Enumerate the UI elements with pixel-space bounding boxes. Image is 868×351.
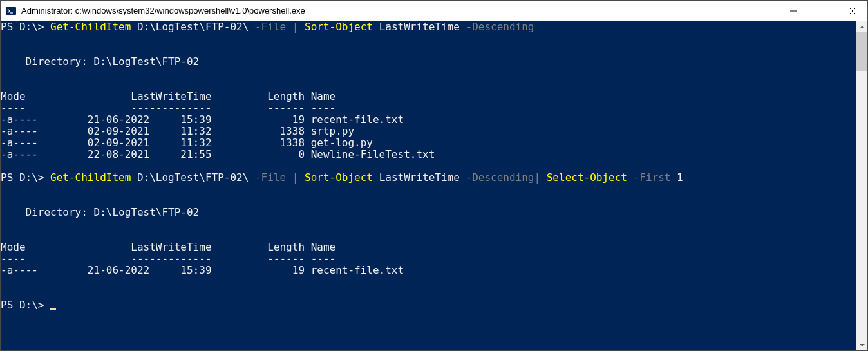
svg-rect-0 <box>6 7 16 15</box>
pipe: | <box>286 171 305 184</box>
argument: LastWriteTime <box>373 21 466 33</box>
parameter: -File <box>255 21 286 33</box>
terminal-container: PS D:\> Get-ChildItem D:\LogTest\FTP-02\… <box>1 21 867 350</box>
argument: 1 <box>670 171 683 184</box>
scrollbar[interactable] <box>856 21 867 350</box>
table-header: Mode LastWriteTime Length Name <box>1 241 335 253</box>
scroll-up-button[interactable] <box>856 21 867 32</box>
table-divider: ---- ------------- ------ ---- <box>1 102 335 114</box>
prompt: PS D:\> <box>1 299 50 311</box>
parameter: -Descending <box>466 171 534 184</box>
table-row: -a---- 21-06-2022 15:39 19 recent-file.t… <box>1 264 404 276</box>
table-row: -a---- 22-08-2021 21:55 0 Newline-FileTe… <box>1 148 435 160</box>
cursor <box>50 308 56 310</box>
directory-line: Directory: D:\LogTest\FTP-02 <box>1 55 199 68</box>
cmdlet: Sort-Object <box>305 171 373 184</box>
pipe: | <box>534 171 546 184</box>
cmdlet: Select-Object <box>547 171 627 184</box>
parameter: -Descending <box>466 21 534 33</box>
svg-rect-3 <box>820 8 826 14</box>
close-button[interactable] <box>838 1 867 21</box>
maximize-button[interactable] <box>808 1 838 21</box>
table-row: -a---- 02-09-2021 11:32 1338 get-log.py <box>1 137 373 149</box>
scroll-down-button[interactable] <box>856 339 867 350</box>
argument: LastWriteTime <box>373 171 466 184</box>
parameter: -File <box>255 171 286 184</box>
table-header: Mode LastWriteTime Length Name <box>1 90 335 102</box>
argument: D:\LogTest\FTP-02\ <box>131 21 255 33</box>
prompt: PS D:\> <box>1 171 50 184</box>
scroll-thumb[interactable] <box>856 32 867 71</box>
table-row: -a---- 21-06-2022 15:39 19 recent-file.t… <box>1 113 404 126</box>
prompt: PS D:\> <box>1 21 50 33</box>
directory-line: Directory: D:\LogTest\FTP-02 <box>1 206 199 218</box>
parameter: -First <box>634 171 671 184</box>
space <box>627 171 634 184</box>
cmdlet: Get-ChildItem <box>50 21 131 33</box>
minimize-button[interactable] <box>778 1 808 21</box>
powershell-icon <box>6 6 16 16</box>
cmdlet: Get-ChildItem <box>50 171 131 184</box>
table-row: -a---- 02-09-2021 11:32 1338 srtp.py <box>1 125 354 137</box>
window-controls <box>778 1 867 21</box>
terminal[interactable]: PS D:\> Get-ChildItem D:\LogTest\FTP-02\… <box>1 21 856 350</box>
pipe: | <box>286 21 305 33</box>
titlebar[interactable]: Administrator: c:\windows\system32\windo… <box>1 1 867 21</box>
argument: D:\LogTest\FTP-02\ <box>131 171 255 184</box>
cmdlet: Sort-Object <box>305 21 373 33</box>
table-divider: ---- ------------- ------ ---- <box>1 252 335 265</box>
window-title: Administrator: c:\windows\system32\windo… <box>21 6 778 15</box>
